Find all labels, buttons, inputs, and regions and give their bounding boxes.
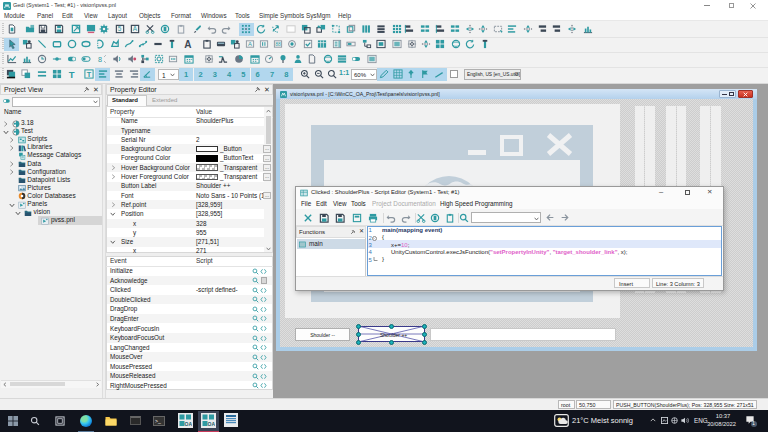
- svg-text:OA: OA: [185, 421, 192, 427]
- svg-text:T: T: [86, 70, 91, 79]
- svg-text:A: A: [184, 39, 191, 49]
- svg-text:T: T: [68, 69, 74, 79]
- svg-text:A: A: [247, 41, 251, 47]
- svg-text:Shoulder ++: Shoulder ++: [380, 332, 407, 338]
- svg-text:88: 88: [275, 41, 281, 47]
- svg-text:5: 5: [118, 25, 122, 32]
- svg-text:8: 8: [98, 55, 102, 64]
- svg-text:OA: OA: [208, 421, 215, 427]
- svg-text:A: A: [133, 25, 138, 32]
